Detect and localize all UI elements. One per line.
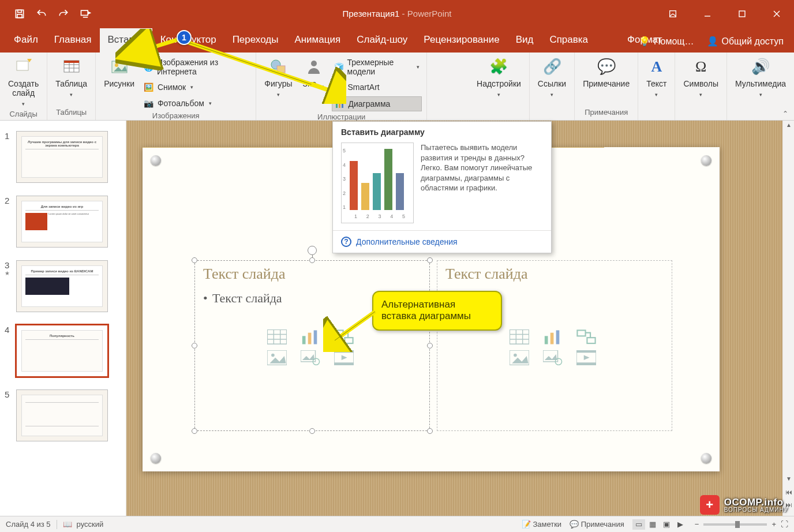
new-comment-button[interactable]: 💬Примечание — [579, 56, 633, 89]
new-slide-button[interactable]: Создать слайд▾ — [5, 56, 42, 108]
photo-album-button[interactable]: 📷Фотоальбом▾ — [141, 96, 251, 110]
collapse-ribbon-icon[interactable]: ⌃ — [779, 108, 792, 119]
placeholder-title[interactable]: Текст слайда — [195, 261, 429, 287]
share-button[interactable]: 👤Общий доступ — [702, 33, 789, 49]
insert-picture-icon[interactable] — [510, 351, 529, 365]
addin-icon: 🧩 — [489, 57, 508, 77]
pictures-button[interactable]: Рисунки — [100, 56, 138, 89]
screenshot-button[interactable]: 🖼️Снимок▾ — [141, 80, 251, 94]
insert-picture-icon[interactable] — [267, 351, 287, 365]
doc-name: Презентация1 — [342, 9, 399, 18]
tab-file[interactable]: Файл — [6, 28, 46, 53]
tab-home[interactable]: Главная — [46, 28, 100, 53]
insert-table-icon[interactable] — [267, 330, 287, 344]
resize-handle[interactable] — [192, 257, 197, 263]
insert-smartart-icon[interactable] — [576, 330, 596, 344]
links-button[interactable]: 🔗Ссылки▾ — [534, 56, 570, 99]
insert-table-icon[interactable] — [510, 330, 529, 344]
resize-handle[interactable] — [427, 343, 433, 349]
insert-online-picture-icon[interactable] — [543, 351, 563, 365]
comment-icon: 💬 — [597, 57, 616, 77]
table-button[interactable]: Таблица▾ — [52, 56, 91, 99]
tooltip-sample-chart: 12345 12345 — [341, 143, 414, 223]
rotate-handle[interactable] — [308, 246, 317, 255]
thumbnail-1[interactable]: 1Лучшие программы для записи видео с экр… — [0, 128, 126, 192]
undo-icon[interactable] — [36, 8, 47, 20]
group-text: AТекст▾ — [638, 53, 675, 120]
thumbnail-5[interactable]: 5 — [0, 386, 126, 451]
svg-rect-64 — [576, 350, 596, 353]
insert-video-icon[interactable] — [334, 351, 354, 365]
addins-button[interactable]: 🧩Надстройки▾ — [473, 56, 525, 99]
resize-handle[interactable] — [309, 257, 315, 263]
content-placeholder-left[interactable]: Текст слайда Текст слайда — [194, 260, 430, 431]
insert-smartart-icon[interactable] — [334, 330, 354, 344]
zoom-control[interactable]: − + ⛶ — [695, 520, 788, 529]
notes-button[interactable]: 📝 Заметки — [522, 520, 561, 529]
tooltip-more-link[interactable]: ? Дополнительные сведения — [333, 230, 551, 253]
insert-online-picture-icon[interactable] — [301, 351, 320, 365]
close-icon[interactable] — [759, 0, 794, 27]
thumbnail-2[interactable]: 2Для записи видео из игрLorem ipsum dolo… — [0, 192, 126, 257]
save-icon[interactable] — [14, 8, 25, 20]
text-button[interactable]: AТекст▾ — [643, 56, 670, 99]
redo-icon[interactable] — [58, 8, 69, 20]
resize-handle[interactable] — [192, 343, 197, 349]
scroll-up-icon[interactable]: ▲ — [784, 122, 793, 131]
resize-handle[interactable] — [309, 428, 315, 434]
minimize-icon[interactable] — [690, 0, 725, 27]
insert-chart-icon[interactable] — [543, 330, 563, 344]
tab-insert[interactable]: Вставка — [100, 28, 152, 53]
symbols-button[interactable]: ΩСимволы▾ — [680, 56, 722, 99]
svg-rect-55 — [577, 331, 585, 336]
content-placeholder-right[interactable]: Текст слайда x слайда — [437, 260, 672, 431]
tab-view[interactable]: Вид — [508, 28, 542, 53]
tab-animations[interactable]: Анимация — [286, 28, 349, 53]
fit-to-window-icon[interactable]: ⛶ — [781, 520, 788, 529]
resize-handle[interactable] — [427, 257, 433, 263]
maximize-icon[interactable] — [725, 0, 759, 27]
group-addins: 🧩Надстройки▾ — [427, 53, 530, 120]
zoom-in-button[interactable]: + — [771, 520, 776, 529]
smartart-button[interactable]: 🔗SmartArt — [332, 80, 422, 94]
shapes-button[interactable]: Фигуры▾ — [261, 56, 295, 99]
start-from-beginning-icon[interactable] — [80, 8, 91, 20]
slide-thumbnails[interactable]: 1Лучшие программы для записи видео с экр… — [0, 121, 126, 516]
ribbon-options-icon[interactable] — [656, 0, 690, 27]
reading-view-icon[interactable]: ▣ — [660, 519, 673, 530]
tab-transitions[interactable]: Переходы — [224, 28, 287, 53]
spellcheck-icon[interactable]: 📖 — [63, 520, 72, 529]
group-comments: 💬Примечание Примечания — [575, 53, 638, 120]
tab-slideshow[interactable]: Слайд-шоу — [349, 28, 415, 53]
media-button[interactable]: 🔊Мультимедиа▾ — [732, 56, 789, 99]
chart-button[interactable]: Диаграмма — [332, 96, 422, 111]
icons-button[interactable]: Зна… — [299, 56, 328, 89]
language-label[interactable]: русский — [77, 520, 104, 529]
svg-rect-65 — [576, 363, 596, 365]
slideshow-view-icon[interactable]: ▶ — [674, 519, 687, 530]
resize-handle[interactable] — [427, 428, 433, 434]
sorter-view-icon[interactable]: ▦ — [646, 519, 659, 530]
svg-rect-44 — [334, 350, 354, 353]
shapes-icon — [268, 57, 288, 77]
zoom-slider[interactable] — [703, 523, 767, 526]
tab-help[interactable]: Справка — [541, 28, 596, 53]
tab-review[interactable]: Рецензирование — [415, 28, 507, 53]
zoom-out-button[interactable]: − — [695, 520, 699, 529]
thumbnail-3[interactable]: 3★Пример записи видео из BANDICAM — [0, 257, 126, 321]
resize-handle[interactable] — [192, 428, 197, 434]
3d-models-button[interactable]: 🧊Трехмерные модели▾ — [332, 56, 422, 78]
svg-rect-56 — [587, 338, 595, 343]
insert-chart-icon[interactable] — [301, 330, 320, 344]
normal-view-icon[interactable]: ▭ — [632, 519, 645, 530]
comments-button[interactable]: 💬 Примечания — [570, 520, 624, 529]
tell-me-button[interactable]: 💡Помощ… — [634, 33, 698, 49]
scroll-down-icon[interactable]: ▼ — [784, 475, 793, 485]
online-pictures-button[interactable]: 🌐Изображения из Интернета — [141, 56, 251, 78]
chevron-down-icon: ▾ — [209, 100, 212, 106]
insert-video-icon[interactable] — [576, 351, 596, 365]
thumbnail-4[interactable]: 4Популярность — [0, 321, 126, 386]
placeholder-title[interactable]: Текст слайда — [437, 261, 672, 287]
person-shape-icon — [304, 57, 324, 77]
vertical-scrollbar[interactable]: ▲ ▼ ⏮ ⏭ — [782, 121, 794, 516]
